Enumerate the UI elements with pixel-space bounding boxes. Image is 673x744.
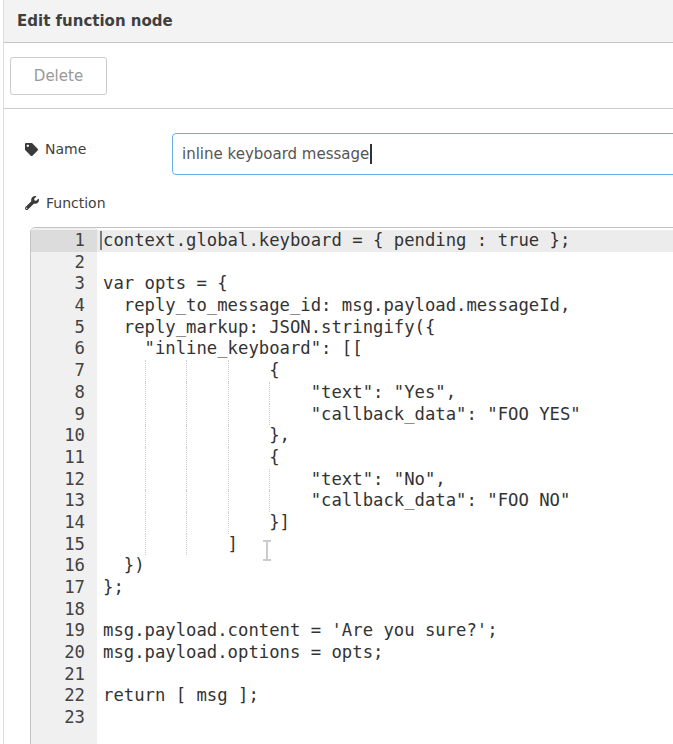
tray-header: Edit function node [4,0,673,43]
indent-guide [186,425,187,447]
code-line-text: "text": "Yes", [103,382,456,402]
gutter-line-number[interactable]: 18 [31,599,97,621]
code-line[interactable]: var opts = { [97,273,673,295]
indent-guide [186,512,187,534]
gutter-line-number[interactable]: 7 [31,360,97,382]
code-line-text: }] [103,512,290,532]
indent-guide [186,382,187,404]
code-line[interactable]: "text": "No", [97,469,673,491]
edit-tray-panel: Edit function node Delete Name inline ke… [3,0,673,744]
code-line-text: msg.payload.options = opts; [103,642,383,662]
page-title: Edit function node [17,12,173,30]
code-line-text: return [ msg ]; [103,685,259,705]
function-label: Function [25,195,106,211]
indent-guide [228,469,229,491]
code-line[interactable]: "callback_data": "FOO YES" [97,404,673,426]
gutter-line-number[interactable]: 2 [31,252,97,274]
code-line-text: }, [103,425,290,445]
gutter-line-number[interactable]: 10 [31,425,97,447]
gutter-line-number[interactable]: 20 [31,642,97,664]
indent-guide [145,360,146,382]
code-line[interactable]: reply_markup: JSON.stringify({ [97,317,673,339]
gutter-line-number[interactable]: 19 [31,620,97,642]
gutter-line-number[interactable]: 1 [31,230,97,252]
indent-guide [186,469,187,491]
code-line[interactable]: msg.payload.content = 'Are you sure?'; [97,620,673,642]
gutter-line-number[interactable]: 23 [31,707,97,729]
code-line[interactable] [97,252,673,274]
gutter-line-number[interactable]: 4 [31,295,97,317]
indent-guide [145,382,146,404]
code-line[interactable]: "callback_data": "FOO NO" [97,490,673,512]
gutter-line-number[interactable]: 17 [31,577,97,599]
indent-guide [269,382,270,404]
gutter-line-number[interactable]: 5 [31,317,97,339]
code-line-text: ] [103,534,238,554]
indent-guide [228,447,229,469]
code-line[interactable]: { [97,447,673,469]
editor-code-area[interactable]: context.global.keyboard = { pending : tr… [97,228,673,744]
indent-guide [228,382,229,404]
code-line-text: var opts = { [103,273,228,293]
name-label-text: Name [45,141,86,157]
code-line[interactable]: }] [97,512,673,534]
code-line[interactable]: context.global.keyboard = { pending : tr… [97,230,673,252]
code-line-text: context.global.keyboard = { pending : tr… [103,230,570,250]
code-line[interactable]: ] [97,534,673,556]
indent-guide [186,447,187,469]
gutter-line-number[interactable]: 8 [31,382,97,404]
indent-guide [269,490,270,512]
delete-button[interactable]: Delete [10,57,107,95]
tag-icon [25,143,38,156]
editor-text-cursor [100,231,102,250]
gutter-line-number[interactable]: 6 [31,338,97,360]
code-editor[interactable]: 1234567891011121314151617181920212223 co… [30,227,673,744]
code-line[interactable] [97,599,673,621]
indent-guide [228,360,229,382]
code-line-text: }; [103,577,124,597]
indent-guide [186,404,187,426]
code-line[interactable]: "inline_keyboard": [[ [97,338,673,360]
indent-guide [186,360,187,382]
code-line-text: "callback_data": "FOO YES" [103,404,581,424]
code-line[interactable] [97,707,673,729]
code-line-text: "text": "No", [103,469,446,489]
code-line[interactable]: reply_to_message_id: msg.payload.message… [97,295,673,317]
code-line[interactable]: "text": "Yes", [97,382,673,404]
gutter-line-number[interactable]: 12 [31,469,97,491]
wrench-icon [25,196,39,210]
indent-guide [145,534,146,556]
name-input-value: inline keyboard message [182,145,369,163]
text-cursor [370,144,372,164]
indent-guide [145,447,146,469]
code-line[interactable]: }) [97,555,673,577]
gutter-line-number[interactable]: 16 [31,555,97,577]
indent-guide [145,425,146,447]
gutter-line-number[interactable]: 22 [31,685,97,707]
gutter-line-number[interactable]: 15 [31,534,97,556]
code-line[interactable]: }, [97,425,673,447]
gutter-line-number[interactable]: 14 [31,512,97,534]
gutter-line-number[interactable]: 9 [31,404,97,426]
indent-guide [145,512,146,534]
indent-guide [228,404,229,426]
gutter-line-number[interactable]: 21 [31,664,97,686]
code-line[interactable]: return [ msg ]; [97,685,673,707]
indent-guide [269,404,270,426]
indent-guide [186,534,187,556]
gutter-line-number[interactable]: 11 [31,447,97,469]
code-line[interactable]: }; [97,577,673,599]
gutter-line-number[interactable]: 13 [31,490,97,512]
code-line[interactable] [97,664,673,686]
gutter-line-number[interactable]: 3 [31,273,97,295]
editor-gutter: 1234567891011121314151617181920212223 [31,228,97,744]
code-line-text: reply_to_message_id: msg.payload.message… [103,295,570,315]
indent-guide [186,490,187,512]
indent-guide [269,469,270,491]
indent-guide [228,512,229,534]
code-line[interactable]: { [97,360,673,382]
code-line[interactable]: msg.payload.options = opts; [97,642,673,664]
indent-guide [145,404,146,426]
name-input[interactable]: inline keyboard message [172,133,673,175]
code-line-text: "callback_data": "FOO NO" [103,490,570,510]
